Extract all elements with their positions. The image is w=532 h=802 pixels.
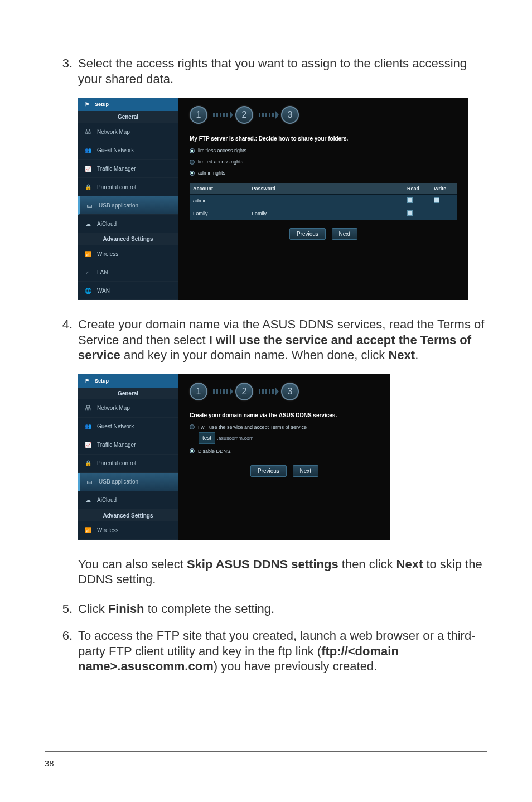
text: Click <box>78 602 108 616</box>
sidebar-item-network-map[interactable]: 品Network Map <box>78 399 178 418</box>
step-4-text: Create your domain name via the ASUS DDN… <box>78 317 487 363</box>
network-icon: 品 <box>84 127 93 136</box>
sidebar-item-network-map[interactable]: 品Network Map <box>78 123 178 141</box>
panel-heading: My FTP server is shared.: Decide how to … <box>190 132 457 145</box>
radio-limited[interactable]: limited access rights <box>190 156 457 167</box>
checkbox-icon <box>407 210 413 216</box>
radio-icon <box>190 424 195 429</box>
sidebar-item-label: Guest Network <box>97 423 134 429</box>
sidebar-item-traffic[interactable]: 📈Traffic Manager <box>78 436 178 455</box>
sidebar-item-label: Network Map <box>97 129 130 135</box>
chart-icon: 📈 <box>84 441 93 450</box>
main-panel: 1 2 3 My FTP server is shared.: Decide h… <box>178 98 468 300</box>
bold-text: Finish <box>108 602 144 616</box>
wifi-icon: 📶 <box>84 249 93 258</box>
radio-icon <box>190 448 195 453</box>
wizard-step-2: 2 <box>235 383 253 400</box>
cell-password[interactable]: Family <box>249 207 404 220</box>
sidebar-item-usb[interactable]: 🖴USB application <box>78 196 178 215</box>
sidebar-item-traffic[interactable]: 📈Traffic Manager <box>78 160 178 178</box>
network-icon: 品 <box>84 404 93 413</box>
text: and key in your domain name. When done, … <box>120 348 389 362</box>
home-icon: ⌂ <box>84 268 93 277</box>
note-skip-ddns: You can also select Skip ASUS DDNS setti… <box>78 557 487 587</box>
radio-limitless[interactable]: limitless access rights <box>190 145 457 156</box>
sidebar-item-lan[interactable]: ⌂LAN <box>78 263 178 282</box>
sidebar-item-aicloud[interactable]: ☁AiCloud <box>78 491 178 510</box>
sidebar-item-aicloud[interactable]: ☁AiCloud <box>78 215 178 233</box>
radio-icon <box>190 160 195 165</box>
checkbox-icon <box>407 197 413 203</box>
sidebar-item-label: Network Map <box>97 405 130 411</box>
th-password: Password <box>249 183 404 195</box>
previous-button[interactable]: Previous <box>250 465 287 477</box>
wifi-icon: 📶 <box>84 526 93 535</box>
cell-account: Family <box>190 207 249 220</box>
flag-icon: ⚑ <box>83 100 91 109</box>
setup-header: ⚑ Setup <box>78 374 178 388</box>
step-3-text: Select the access rights that you want t… <box>78 56 487 86</box>
advanced-header: Advanced Settings <box>78 233 178 245</box>
accounts-table: Account Password Read Write admin Family… <box>190 183 457 220</box>
arrow-icon <box>213 389 230 394</box>
lock-icon: 🔒 <box>84 459 93 468</box>
radio-label: limitless access rights <box>198 148 246 153</box>
table-row: admin <box>190 195 457 207</box>
cell-password[interactable] <box>249 195 404 207</box>
th-write: Write <box>431 183 457 195</box>
text: You can also select <box>78 557 187 571</box>
panel-heading: Create your domain name via the ASUS DDN… <box>190 409 379 422</box>
cell-write[interactable] <box>431 195 457 207</box>
cell-read[interactable] <box>404 195 431 207</box>
cell-write[interactable] <box>431 207 457 220</box>
sidebar: ⚑ Setup General 品Network Map 👥Guest Netw… <box>78 374 178 540</box>
radio-disable-ddns[interactable]: Disable DDNS. <box>190 446 379 457</box>
wizard-step-2: 2 <box>235 106 253 124</box>
footer: 38 <box>45 751 487 769</box>
next-button[interactable]: Next <box>293 465 319 477</box>
sidebar-item-label: Wireless <box>97 527 118 533</box>
step-6-text: To access the FTP site that you created,… <box>78 628 487 674</box>
radio-accept-terms[interactable]: I will use the service and accept Terms … <box>190 422 379 433</box>
cell-read[interactable] <box>404 207 431 220</box>
sidebar-item-usb[interactable]: 🖴USB application <box>78 473 178 491</box>
sidebar: ⚑ Setup General 品Network Map 👥Guest Netw… <box>78 98 178 300</box>
sidebar-item-wireless[interactable]: 📶Wireless <box>78 245 178 263</box>
radio-icon <box>190 171 195 176</box>
radio-admin[interactable]: admin rights <box>190 167 457 178</box>
sidebar-item-guest[interactable]: 👥Guest Network <box>78 141 178 160</box>
setup-label: Setup <box>95 102 109 107</box>
previous-button[interactable]: Previous <box>289 228 326 240</box>
sidebar-item-label: AiCloud <box>97 497 117 503</box>
sidebar-item-parental[interactable]: 🔒Parental control <box>78 178 178 196</box>
router-screenshot-2: ⚑ Setup General 品Network Map 👥Guest Netw… <box>78 374 390 540</box>
bold-text: Next <box>388 348 415 362</box>
arrow-icon <box>259 113 275 117</box>
sidebar-item-wireless[interactable]: 📶Wireless <box>78 521 178 540</box>
step-5-text: Click Finish to complete the setting. <box>78 601 274 617</box>
sidebar-item-guest[interactable]: 👥Guest Network <box>78 418 178 436</box>
text: then click <box>338 557 396 571</box>
cloud-icon: ☁ <box>84 219 93 228</box>
sidebar-item-label: WAN <box>97 288 110 294</box>
users-icon: 👥 <box>84 146 93 154</box>
text: To access the FTP site that you created,… <box>78 629 476 658</box>
radio-label: I will use the service and accept Terms … <box>198 424 307 430</box>
cloud-icon: ☁ <box>84 496 93 505</box>
sidebar-item-wan[interactable]: 🌐WAN <box>78 282 178 300</box>
domain-input[interactable]: test <box>199 432 215 444</box>
next-button[interactable]: Next <box>332 228 358 240</box>
sidebar-item-label: Wireless <box>97 251 118 257</box>
general-header: General <box>78 111 178 123</box>
sidebar-item-parental[interactable]: 🔒Parental control <box>78 455 178 473</box>
general-header: General <box>78 388 178 399</box>
step-number: 4. <box>56 317 78 363</box>
advanced-header: Advanced Settings <box>78 510 178 521</box>
radio-label: limited access rights <box>198 159 243 165</box>
wizard-stepper: 1 2 3 <box>190 383 379 400</box>
th-account: Account <box>190 183 249 195</box>
page-number: 38 <box>45 758 54 768</box>
wizard-step-1: 1 <box>190 106 207 124</box>
sidebar-item-label: Parental control <box>97 184 136 190</box>
step-number: 6. <box>56 628 78 674</box>
